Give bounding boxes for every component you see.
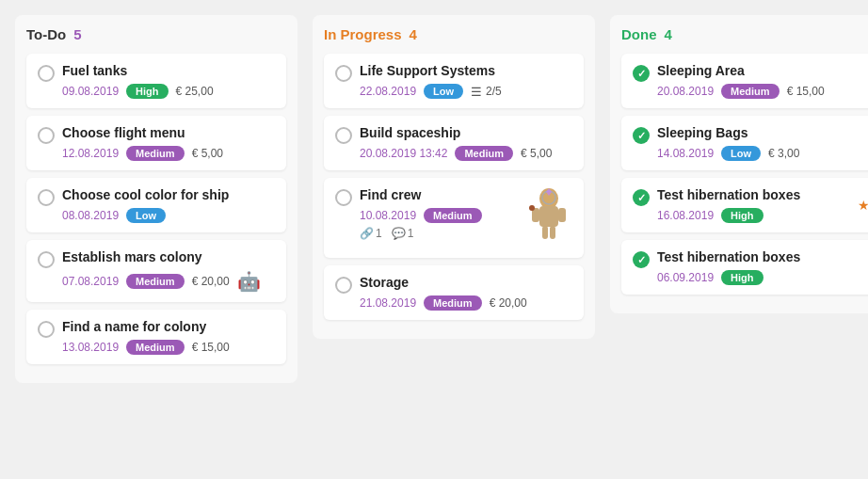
column-done-title: Done: [621, 26, 657, 42]
card-meta: 12.08.2019 Medium € 5,00: [62, 146, 275, 161]
priority-badge: Low: [424, 84, 463, 99]
card-color-ship[interactable]: Choose cool color for ship 08.08.2019 Lo…: [26, 178, 286, 232]
card-find-crew[interactable]: Find crew 10.08.2019 Medium 🔗 1 💬: [324, 178, 584, 258]
card-title: Storage: [360, 275, 572, 290]
card-date: 21.08.2019: [360, 296, 416, 310]
card-colony-name[interactable]: Find a name for colony 13.08.2019 Medium…: [26, 310, 286, 364]
priority-badge: Low: [126, 208, 166, 223]
priority-badge: Low: [721, 146, 761, 161]
progress-text: 2/5: [486, 85, 502, 98]
card-sleeping-bags[interactable]: Sleeping Bags 14.08.2019 Low € 3,00: [621, 116, 868, 170]
card-status-icon: [335, 277, 352, 294]
card-life-support[interactable]: Life Support Systems 22.08.2019 Low ☰ 2/…: [324, 54, 584, 108]
tag-number: 1: [376, 227, 382, 240]
tag-icon: 🔗: [360, 227, 374, 240]
list-icon: ☰: [471, 85, 482, 99]
column-inprogress: In Progress 4 Life Support Systems 22.08…: [313, 15, 595, 339]
card-status-icon: [38, 251, 55, 268]
card-title: Choose cool color for ship: [62, 187, 275, 202]
priority-badge: Medium: [424, 295, 482, 311]
priority-badge: Medium: [126, 340, 185, 355]
card-storage[interactable]: Storage 21.08.2019 Medium € 20,00: [324, 265, 584, 320]
card-meta: 20.08.2019 Medium € 15,00: [657, 84, 868, 99]
tag-count: 🔗 1: [360, 227, 382, 240]
progress-badge: ☰ 2/5: [471, 85, 502, 99]
svg-rect-1: [539, 206, 558, 227]
card-hibernation-1[interactable]: Test hibernation boxes 16.08.2019 High ★: [621, 178, 868, 232]
card-meta: 06.09.2019 High: [657, 270, 868, 285]
priority-badge: Medium: [455, 146, 513, 161]
column-todo: To-Do 5 Fuel tanks 09.08.2019 High € 25,…: [15, 15, 297, 383]
card-title: Build spaceship: [360, 125, 572, 140]
column-todo-title: To-Do: [26, 26, 66, 42]
svg-rect-3: [558, 208, 566, 222]
card-flight-menu[interactable]: Choose flight menu 12.08.2019 Medium € 5…: [26, 116, 286, 170]
column-todo-count: 5: [73, 26, 81, 42]
mars-icon: 🤖: [237, 270, 261, 293]
card-price: € 3,00: [768, 147, 799, 160]
card-done-icon: [633, 65, 650, 82]
card-date: 07.08.2019: [62, 275, 119, 288]
card-meta: 10.08.2019 Medium: [360, 208, 518, 223]
card-title: Find a name for colony: [62, 319, 275, 334]
card-status-icon: [38, 65, 55, 82]
svg-rect-5: [550, 226, 555, 239]
card-title: Life Support Systems: [360, 63, 572, 78]
card-price: € 5,00: [521, 147, 552, 160]
column-done-count: 4: [665, 26, 672, 42]
priority-badge: Medium: [126, 274, 185, 289]
card-build-spaceship[interactable]: Build spaceship 20.08.2019 13:42 Medium …: [324, 116, 584, 170]
priority-badge: Medium: [721, 84, 780, 99]
card-title: Establish mars colony: [62, 249, 275, 264]
card-title: Sleeping Area: [657, 63, 868, 78]
column-inprogress-count: 4: [410, 26, 417, 42]
comment-icon: 💬: [392, 227, 406, 240]
card-status-icon: [335, 189, 352, 206]
column-done: Done 4 Sleeping Area 20.08.2019 Medium €…: [610, 15, 868, 313]
card-status-icon: [38, 127, 55, 144]
card-date: 16.08.2019: [657, 209, 714, 222]
crew-image: [525, 187, 572, 248]
card-date: 13.08.2019: [62, 341, 119, 354]
card-date: 10.08.2019: [360, 209, 416, 222]
priority-badge: High: [721, 270, 763, 285]
card-mars-colony[interactable]: Establish mars colony 07.08.2019 Medium …: [26, 240, 286, 302]
card-meta: 22.08.2019 Low ☰ 2/5: [360, 84, 572, 99]
card-date: 12.08.2019: [62, 147, 119, 160]
priority-badge: Medium: [424, 208, 482, 223]
priority-badge: High: [721, 208, 763, 223]
card-meta: 08.08.2019 Low: [62, 208, 275, 223]
column-inprogress-header: In Progress 4: [324, 26, 584, 42]
card-date: 20.08.2019: [657, 85, 714, 98]
card-date: 09.08.2019: [62, 85, 119, 98]
card-hibernation-2[interactable]: Test hibernation boxes 06.09.2019 High: [621, 240, 868, 295]
column-inprogress-title: In Progress: [324, 26, 402, 42]
card-meta: 20.08.2019 13:42 Medium € 5,00: [360, 146, 572, 161]
card-title: Sleeping Bags: [657, 125, 868, 140]
card-fuel-tanks[interactable]: Fuel tanks 09.08.2019 High € 25,00: [26, 54, 286, 108]
card-meta: 13.08.2019 Medium € 15,00: [62, 340, 275, 355]
card-date: 22.08.2019: [360, 85, 416, 98]
svg-point-8: [529, 205, 535, 211]
card-meta: 07.08.2019 Medium € 20,00 🤖: [62, 270, 275, 293]
card-status-icon: [38, 321, 55, 338]
card-title: Test hibernation boxes: [657, 249, 868, 264]
card-date: 20.08.2019 13:42: [360, 147, 447, 160]
card-done-icon: [633, 189, 650, 206]
card-meta: 21.08.2019 Medium € 20,00: [360, 295, 572, 311]
card-sleeping-area[interactable]: Sleeping Area 20.08.2019 Medium € 15,00: [621, 54, 868, 108]
card-title: Fuel tanks: [62, 63, 275, 78]
card-done-icon: [633, 251, 650, 268]
card-price: € 20,00: [490, 296, 527, 310]
column-todo-header: To-Do 5: [26, 26, 286, 42]
card-date: 14.08.2019: [657, 147, 714, 160]
card-price: € 25,00: [176, 85, 214, 98]
card-price: € 15,00: [787, 85, 825, 98]
card-status-icon: [335, 127, 352, 144]
card-price: € 20,00: [192, 275, 230, 288]
card-title: Choose flight menu: [62, 125, 275, 140]
kanban-board: To-Do 5 Fuel tanks 09.08.2019 High € 25,…: [15, 15, 853, 383]
card-done-icon: [633, 127, 650, 144]
column-done-header: Done 4: [621, 26, 868, 42]
card-title: Test hibernation boxes: [657, 187, 858, 202]
